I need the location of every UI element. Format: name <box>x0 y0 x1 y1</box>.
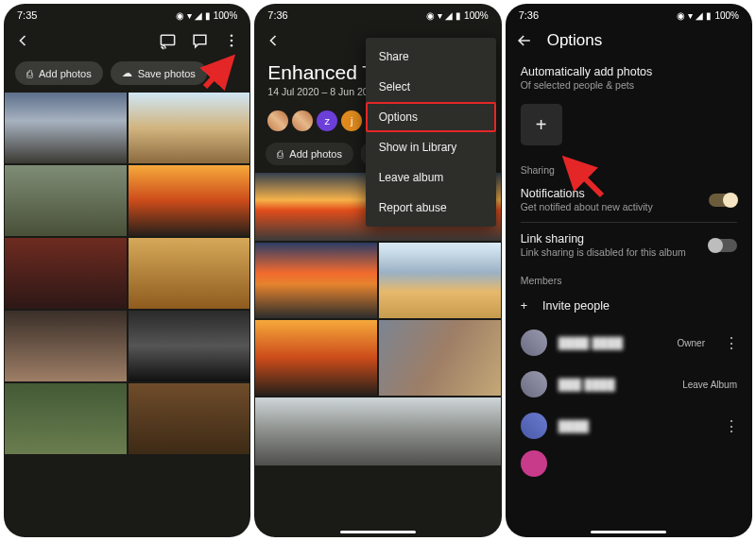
status-bar: 7:36 ◉ ▾ ◢ ▮ 100% <box>254 4 501 24</box>
svg-point-3 <box>231 44 233 47</box>
avatar[interactable]: j <box>341 110 362 131</box>
menu-show-in-library[interactable]: Show in Library <box>366 132 496 162</box>
back-icon[interactable] <box>264 31 283 50</box>
phone-album-menu: 7:36 ◉ ▾ ◢ ▮ 100% Enhanced Tra 14 Jul 20… <box>254 4 501 537</box>
battery-icon: ▮ <box>205 10 211 21</box>
member-row[interactable]: ████ ████ Owner ⋮ <box>506 322 752 363</box>
photo-thumb[interactable] <box>5 311 127 381</box>
battery-icon: ▮ <box>455 10 461 21</box>
status-icons: ◉ ▾ ◢ ▮ 100% <box>426 10 489 21</box>
status-bar: 7:35 ◉ ▾ ◢ ▮ 100% <box>4 4 250 24</box>
svg-rect-0 <box>161 35 174 44</box>
wifi-icon: ▾ <box>187 10 192 21</box>
notifications-row[interactable]: Notifications Get notified about new act… <box>506 179 752 220</box>
overflow-icon[interactable]: ⋮ <box>724 334 737 352</box>
chip-label: Add photos <box>289 148 342 160</box>
battery-pct: 100% <box>714 10 739 21</box>
avatar[interactable] <box>267 110 288 131</box>
cast-icon[interactable] <box>158 31 177 50</box>
photo-grid[interactable] <box>4 93 250 537</box>
link-sharing-row[interactable]: Link sharing Link sharing is disabled fo… <box>506 225 752 265</box>
avatar <box>521 450 547 477</box>
photo-thumb[interactable] <box>129 383 250 454</box>
section-sharing: Sharing <box>506 155 752 179</box>
notifications-sub: Get notified about new activity <box>521 201 699 212</box>
back-icon[interactable] <box>13 31 32 50</box>
add-photos-button[interactable]: ⎙ Add photos <box>15 61 103 85</box>
battery-pct: 100% <box>464 10 489 21</box>
status-time: 7:36 <box>519 9 539 21</box>
chip-row: ⎙ Add photos ☁ Save photos <box>4 58 250 93</box>
signal-icon: ◢ <box>696 10 703 21</box>
photo-thumb[interactable] <box>255 320 377 396</box>
photo-grid[interactable]: VR 👓 <box>254 173 501 537</box>
overflow-icon[interactable] <box>222 31 241 50</box>
photo-thumb[interactable] <box>379 320 501 396</box>
avatar[interactable]: z <box>317 110 337 131</box>
photo-thumb[interactable] <box>255 397 500 465</box>
menu-share[interactable]: Share <box>366 42 496 72</box>
signal-icon: ◢ <box>195 10 202 21</box>
avatar <box>521 413 547 439</box>
add-photo-icon: ⎙ <box>277 148 284 160</box>
member-row[interactable] <box>506 447 752 484</box>
back-icon[interactable] <box>515 31 534 50</box>
overflow-icon[interactable]: ⋮ <box>724 417 737 435</box>
home-indicator[interactable] <box>591 531 666 533</box>
member-name: ███ ████ <box>558 379 672 390</box>
member-role: Owner <box>678 338 705 348</box>
link-sharing-sub: Link sharing is disabled for this album <box>521 246 699 258</box>
add-face-button[interactable]: + <box>521 104 562 145</box>
status-icons: ◉ ▾ ◢ ▮ 100% <box>677 10 739 21</box>
phone-album-grid: 7:35 ◉ ▾ ◢ ▮ 100% ⎙ Add photos ☁ Sav <box>4 4 250 537</box>
signal-icon: ◢ <box>445 10 453 21</box>
chip-label: Save photos <box>138 68 196 79</box>
eye-icon: ◉ <box>677 10 685 21</box>
photo-thumb[interactable] <box>129 238 250 309</box>
menu-select[interactable]: Select <box>366 72 496 102</box>
eye-icon: ◉ <box>176 10 184 21</box>
status-time: 7:36 <box>267 9 287 21</box>
avatar <box>521 330 547 356</box>
invite-label: Invite people <box>542 299 610 313</box>
wifi-icon: ▾ <box>438 10 442 21</box>
link-sharing-toggle[interactable] <box>709 239 737 252</box>
home-indicator[interactable] <box>340 531 416 533</box>
avatar <box>521 371 547 397</box>
photo-thumb[interactable] <box>5 93 127 163</box>
member-row[interactable]: ███ ████ Leave Album <box>506 363 752 405</box>
comment-icon[interactable] <box>190 31 209 50</box>
notifications-title: Notifications <box>521 187 699 200</box>
photo-thumb[interactable] <box>129 165 250 236</box>
photo-thumb[interactable] <box>5 165 127 236</box>
plus-icon: + <box>536 114 547 136</box>
wifi-icon: ▾ <box>688 10 693 21</box>
plus-icon: + <box>521 299 527 313</box>
top-bar <box>4 24 250 58</box>
notifications-toggle[interactable] <box>709 194 737 207</box>
auto-add-title: Automatically add photos <box>521 65 737 78</box>
member-name: ████ <box>558 420 705 431</box>
photo-thumb[interactable] <box>5 383 127 454</box>
member-action[interactable]: Leave Album <box>682 380 737 390</box>
menu-leave-album[interactable]: Leave album <box>366 162 496 193</box>
invite-people-button[interactable]: + Invite people <box>506 290 752 322</box>
avatar[interactable] <box>292 110 313 131</box>
svg-point-1 <box>231 34 233 37</box>
photo-thumb[interactable] <box>5 238 127 309</box>
photo-thumb[interactable] <box>129 93 250 163</box>
battery-icon: ▮ <box>706 10 712 21</box>
photo-thumb[interactable] <box>129 311 250 381</box>
top-bar: Options <box>506 24 752 58</box>
photo-thumb[interactable] <box>379 243 501 318</box>
save-photos-button[interactable]: ☁ Save photos <box>111 61 207 85</box>
photo-thumb[interactable] <box>255 243 377 318</box>
chip-label: Add photos <box>39 68 92 79</box>
member-row[interactable]: ████ ⋮ <box>506 405 752 447</box>
add-photos-button[interactable]: ⎙ Add photos <box>266 143 353 165</box>
menu-options[interactable]: Options <box>366 102 496 132</box>
battery-pct: 100% <box>214 10 238 21</box>
phone-options: 7:36 ◉ ▾ ◢ ▮ 100% Options Automatically … <box>506 4 752 537</box>
auto-add-block: Automatically add photos Of selected peo… <box>506 58 752 98</box>
menu-report-abuse[interactable]: Report abuse <box>366 193 496 223</box>
